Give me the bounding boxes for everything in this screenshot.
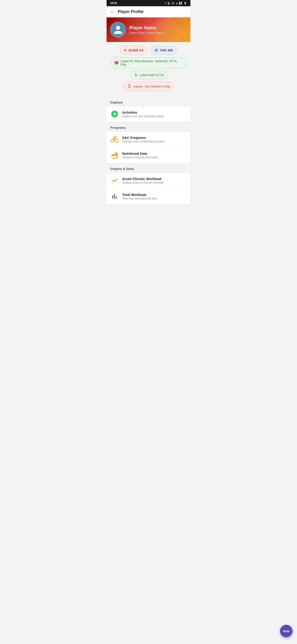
- stats-section: ♥ ACWR 4.8 ⚖ TWS 360 💗 Latest FA: Elite …: [107, 42, 190, 97]
- hero-banner: Player Name Demo Team, Demo Team 2: [107, 18, 190, 42]
- status-icons: ℹ 🔒 📷 ▲ ▌▌ 🔋: [165, 2, 187, 5]
- activities-title: Activities: [122, 110, 187, 114]
- km-pill[interactable]: 🏃 Latest 2KM: 07:33: [130, 71, 167, 80]
- injured-pill-row: 🏃 Injured - Not Cleared to Play: [110, 82, 187, 93]
- acwr-badge[interactable]: ♥ ACWR 4.8: [120, 46, 148, 55]
- barbell-icon: ⚖: [154, 48, 158, 53]
- vpn-icon: 🔒: [167, 2, 170, 5]
- stats-row: ♥ ACWR 4.8 ⚖ TWS 360: [110, 46, 187, 55]
- graphs-stats-section-header: Graphs & Stats: [107, 163, 190, 172]
- fit-pill-row: 💗 Latest FA: Elite Standard - Achieved -…: [110, 57, 187, 71]
- page-title: Player Profile: [118, 10, 143, 14]
- signal-icon: ▌▌: [179, 2, 183, 4]
- camera-icon: 📷: [171, 2, 175, 5]
- nutritional-data-subtitle: Analyze nutritional information: [122, 156, 187, 159]
- total-workload-menu-item[interactable]: Total Workload View total workload over …: [107, 188, 190, 204]
- total-workload-text: Total Workload View total workload over …: [122, 193, 187, 200]
- nutritional-data-text: Nutritional Data Analyze nutritional inf…: [122, 152, 187, 159]
- km-pill-row: 🏃 Latest 2KM: 07:33: [110, 71, 187, 82]
- heart-rate-icon: 🏃: [134, 73, 138, 77]
- info-icon: ℹ: [165, 2, 166, 5]
- injured-label: Injured - Not Cleared to Play: [133, 85, 170, 88]
- km-label: Latest 2KM: 07:33: [140, 73, 164, 77]
- avatar: [110, 22, 126, 38]
- acwr-chart-text: Acute Chronic Workload Analyze acute vs …: [122, 177, 187, 184]
- player-info: Player Name Demo Team, Demo Team 2: [129, 25, 165, 34]
- bar-chart-icon: [110, 192, 119, 201]
- player-team: Demo Team, Demo Team 2: [129, 31, 165, 34]
- plus-circle-icon: [110, 110, 119, 118]
- heart-icon: ♥: [124, 48, 127, 53]
- acwr-chart-subtitle: Analyze acute vs chronic workload: [122, 181, 187, 184]
- wifi-icon: ▲: [176, 2, 178, 4]
- activities-text: Activities Capture and view workload act…: [122, 110, 187, 118]
- capture-menu-list: Activities Capture and view workload act…: [107, 106, 190, 122]
- status-time: 10:02: [110, 2, 117, 5]
- acwr-label: ACWR 4.8: [128, 48, 143, 52]
- acwr-chart-icon: [110, 176, 119, 185]
- back-button[interactable]: ←: [110, 9, 115, 15]
- capture-section-header: Capture: [107, 97, 190, 106]
- bike-icon: [110, 135, 119, 144]
- sc-programs-subtitle: Strength and conditioning programs: [122, 140, 187, 143]
- programs-menu-list: S&C Programs Strength and conditioning p…: [107, 131, 190, 163]
- sc-programs-menu-item[interactable]: S&C Programs Strength and conditioning p…: [107, 132, 190, 147]
- total-workload-title: Total Workload: [122, 193, 187, 196]
- player-name: Player Name: [129, 25, 165, 30]
- acwr-chart-title: Acute Chronic Workload: [122, 177, 187, 181]
- acwr-chart-menu-item[interactable]: Acute Chronic Workload Analyze acute vs …: [107, 173, 190, 188]
- graphs-stats-menu-list: Acute Chronic Workload Analyze acute vs …: [107, 172, 190, 204]
- tws-badge[interactable]: ⚖ TWS 360: [150, 46, 177, 55]
- runner-icon: 🏃: [127, 84, 132, 89]
- total-workload-subtitle: View total workload over time: [122, 197, 187, 200]
- programs-section-header: Programs: [107, 122, 190, 131]
- avatar-icon: [113, 25, 123, 35]
- sc-programs-title: S&C Programs: [122, 136, 187, 140]
- tws-label: TWS 360: [160, 48, 173, 52]
- utensils-icon: [110, 151, 119, 160]
- fit-label: Latest FA: Elite Standard - Achieved - F…: [121, 60, 183, 66]
- activities-menu-item[interactable]: Activities Capture and view workload act…: [107, 106, 190, 122]
- ecg-icon: 💗: [114, 60, 119, 65]
- status-bar: 10:02 ℹ 🔒 📷 ▲ ▌▌ 🔋: [107, 0, 190, 6]
- sc-programs-text: S&C Programs Strength and conditioning p…: [122, 136, 187, 143]
- nutritional-data-menu-item[interactable]: Nutritional Data Analyze nutritional inf…: [107, 147, 190, 163]
- fit-pill[interactable]: 💗 Latest FA: Elite Standard - Achieved -…: [110, 57, 187, 68]
- battery-icon: 🔋: [184, 2, 187, 5]
- nutritional-data-title: Nutritional Data: [122, 152, 187, 156]
- injured-pill[interactable]: 🏃 Injured - Not Cleared to Play: [123, 82, 174, 91]
- top-nav: ← Player Profile: [107, 6, 190, 18]
- activities-subtitle: Capture and view workload activity: [122, 115, 187, 118]
